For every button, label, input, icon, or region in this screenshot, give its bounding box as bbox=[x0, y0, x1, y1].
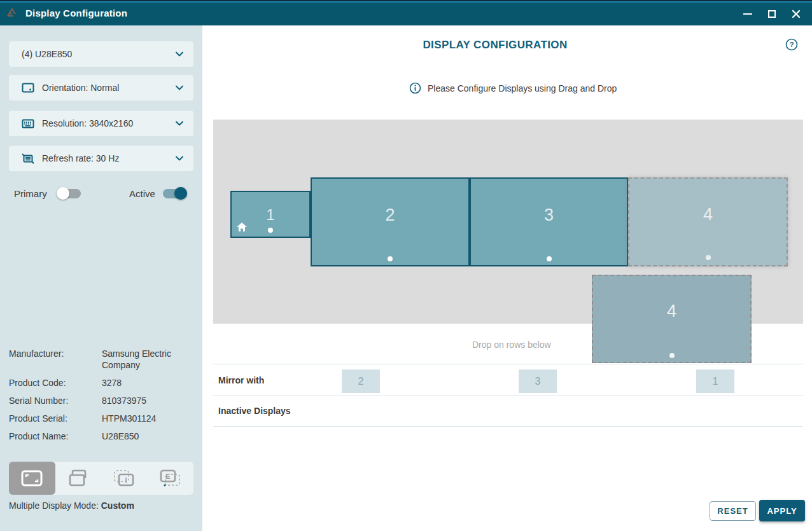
mode-custom-button[interactable] bbox=[9, 462, 55, 495]
info-text: Please Configure Displays using Drag and… bbox=[428, 83, 617, 93]
detail-row-product-serial: Product Serial: HTPM301124 bbox=[9, 413, 195, 424]
mode-clone-button[interactable] bbox=[55, 462, 102, 495]
detail-row-manufacturer: Manufacturer: Samsung Electric Company bbox=[9, 348, 195, 371]
display-4-placeholder-number: 4 bbox=[629, 205, 787, 224]
apply-button[interactable]: APPLY bbox=[759, 500, 805, 521]
mirror-chip-label: 3 bbox=[535, 376, 541, 387]
refresh-rate-label: Refresh rate: 30 Hz bbox=[42, 153, 119, 163]
home-icon bbox=[237, 223, 247, 231]
active-toggle-knob bbox=[174, 187, 187, 200]
refresh-rate-icon bbox=[22, 153, 34, 164]
multiple-display-mode-bar: I E bbox=[9, 462, 193, 495]
manufacturer-value: Samsung Electric Company bbox=[102, 348, 195, 371]
display-selector-label: (4) U28E850 bbox=[22, 49, 72, 59]
window-title: Display Configuration bbox=[25, 8, 127, 18]
display-4-number: 4 bbox=[593, 301, 750, 321]
help-button[interactable]: ? bbox=[785, 38, 798, 51]
inactive-displays-label: Inactive Displays bbox=[218, 406, 291, 416]
serial-number-value: 810373975 bbox=[102, 395, 195, 406]
orientation-icon bbox=[22, 83, 34, 93]
maximize-icon bbox=[768, 10, 776, 18]
detail-row-product-code: Product Code: 3278 bbox=[9, 377, 195, 389]
title-bar: Display Configuration bbox=[0, 0, 812, 25]
display-2[interactable]: 2 bbox=[311, 177, 470, 266]
display-3[interactable]: 3 bbox=[470, 177, 628, 266]
mirror-with-label: Mirror with bbox=[218, 375, 264, 385]
display-4-handle-dot bbox=[669, 353, 675, 358]
minimize-button[interactable] bbox=[736, 4, 760, 24]
sidebar: (4) U28E850 Orientation: Normal bbox=[0, 25, 202, 531]
primary-toggle-knob bbox=[57, 187, 69, 200]
active-toggle-label: Active bbox=[129, 188, 155, 199]
product-code-value: 3278 bbox=[102, 377, 195, 389]
mirror-chip-label: 2 bbox=[358, 376, 364, 387]
divider bbox=[213, 364, 803, 364]
display-arrangement-canvas[interactable]: 1 2 3 4 4 bbox=[213, 120, 803, 324]
minimize-icon bbox=[743, 13, 752, 15]
chevron-down-icon bbox=[176, 52, 183, 57]
chevron-down-icon bbox=[176, 156, 183, 161]
display-1[interactable]: 1 bbox=[230, 191, 311, 238]
mirror-target-display-3[interactable]: 3 bbox=[519, 369, 557, 393]
divider bbox=[213, 396, 803, 396]
display-1-number: 1 bbox=[232, 206, 309, 224]
product-name-value: U28E850 bbox=[102, 431, 195, 442]
maximize-button[interactable] bbox=[760, 4, 784, 24]
product-serial-label: Product Serial: bbox=[9, 413, 102, 424]
serial-number-label: Serial Number: bbox=[9, 395, 102, 406]
display-configuration-window: Display Configuration (4) U28E850 bbox=[0, 0, 812, 531]
display-3-handle-dot bbox=[547, 256, 552, 261]
orientation-label: Orientation: Normal bbox=[42, 83, 119, 93]
primary-toggle[interactable] bbox=[57, 187, 81, 200]
display-2-number: 2 bbox=[312, 205, 468, 225]
display-3-number: 3 bbox=[471, 205, 627, 225]
divider bbox=[213, 426, 803, 427]
display-4-drop-placeholder[interactable]: 4 bbox=[628, 177, 788, 266]
active-toggle[interactable] bbox=[163, 187, 187, 200]
mode-caption-label: Multiple Display Mode: bbox=[9, 500, 101, 511]
resolution-icon bbox=[22, 119, 34, 128]
mirror-chip-label: 1 bbox=[713, 376, 718, 387]
mirror-target-display-1[interactable]: 1 bbox=[696, 369, 734, 393]
resolution-label: Resolution: 3840x2160 bbox=[42, 118, 133, 128]
reset-button[interactable]: RESET bbox=[710, 501, 756, 521]
mode-caption-value: Custom bbox=[101, 500, 134, 511]
product-name-label: Product Name: bbox=[9, 431, 102, 442]
product-code-label: Product Code: bbox=[9, 377, 102, 389]
help-icon: ? bbox=[785, 38, 798, 51]
close-button[interactable] bbox=[784, 4, 808, 24]
resolution-dropdown[interactable]: Resolution: 3840x2160 bbox=[9, 111, 193, 136]
main-panel: DISPLAY CONFIGURATION ? Please Configure… bbox=[202, 25, 812, 531]
refresh-rate-dropdown[interactable]: Refresh rate: 30 Hz bbox=[9, 146, 193, 171]
drop-hint-text: Drop on rows below bbox=[472, 340, 551, 350]
display-2-handle-dot bbox=[388, 256, 393, 261]
detail-row-serial-number: Serial Number: 810373975 bbox=[9, 395, 195, 406]
window-controls bbox=[736, 3, 808, 25]
product-serial-value: HTPM301124 bbox=[102, 413, 195, 424]
external-mode-icon: E bbox=[160, 469, 181, 487]
mirror-target-display-2[interactable]: 2 bbox=[342, 369, 380, 393]
info-icon bbox=[409, 82, 421, 94]
page-title: DISPLAY CONFIGURATION bbox=[202, 39, 788, 52]
orientation-dropdown[interactable]: Orientation: Normal bbox=[9, 75, 193, 100]
display-selector-dropdown[interactable]: (4) U28E850 bbox=[9, 41, 193, 67]
display-4-dragged[interactable]: 4 bbox=[592, 275, 752, 363]
svg-text:?: ? bbox=[790, 41, 794, 48]
info-row: Please Configure Displays using Drag and… bbox=[409, 82, 617, 94]
mode-internal-button[interactable]: I bbox=[101, 462, 148, 495]
svg-text:E: E bbox=[165, 472, 170, 480]
chevron-down-icon bbox=[176, 85, 183, 90]
svg-text:I: I bbox=[125, 476, 127, 484]
clone-mode-icon bbox=[68, 469, 88, 487]
primary-toggle-label: Primary bbox=[14, 188, 47, 199]
app-logo-icon bbox=[5, 6, 18, 19]
chevron-down-icon bbox=[176, 121, 183, 126]
detail-row-product-name: Product Name: U28E850 bbox=[9, 431, 195, 442]
display-details: Manufacturer: Samsung Electric Company P… bbox=[9, 348, 195, 448]
custom-mode-icon bbox=[21, 470, 43, 486]
close-icon bbox=[792, 10, 801, 18]
internal-mode-icon: I bbox=[113, 469, 135, 487]
display-4-placeholder-dot bbox=[706, 255, 711, 260]
display-1-handle-dot bbox=[268, 228, 273, 233]
mode-external-button[interactable]: E bbox=[148, 462, 194, 495]
